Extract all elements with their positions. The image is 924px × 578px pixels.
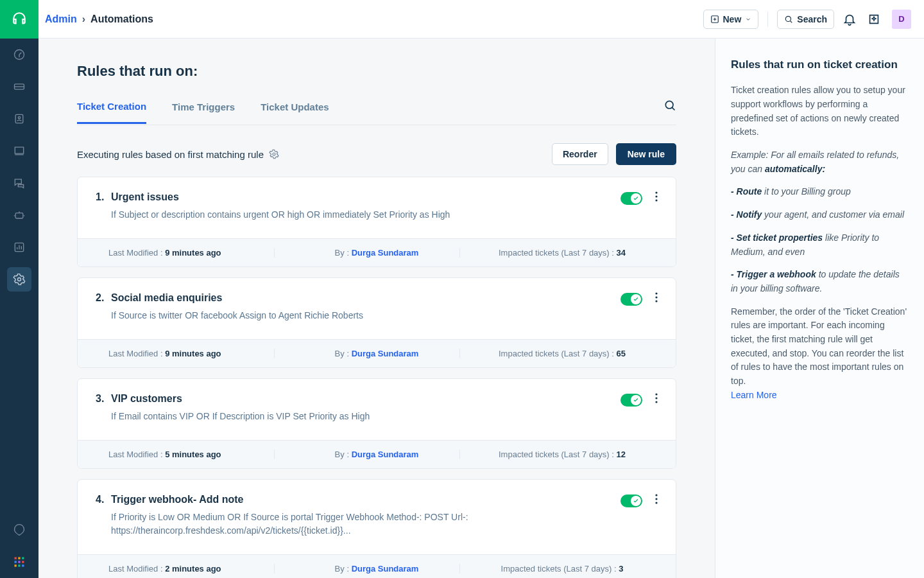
- svg-rect-15: [22, 565, 24, 566]
- svg-point-31: [655, 502, 657, 504]
- rule-footer: Last Modified : 5 minutes ago By : Durga…: [78, 440, 676, 468]
- svg-point-21: [655, 195, 657, 197]
- notifications-button[interactable]: [841, 10, 859, 28]
- rule-card[interactable]: 1. Urgent issues If Subject or descripti…: [77, 177, 676, 267]
- svg-point-26: [655, 393, 657, 395]
- breadcrumb: Admin › Automations: [45, 13, 153, 25]
- exec-info-text: Executing rules based on first matching …: [77, 149, 264, 160]
- plus-square-icon: [710, 15, 719, 24]
- kebab-icon: [655, 393, 658, 403]
- nav-bots[interactable]: [0, 199, 38, 231]
- last-modified-value: 9 minutes ago: [165, 349, 221, 358]
- rule-author[interactable]: Durga Sundaram: [352, 349, 419, 358]
- svg-point-22: [655, 199, 657, 201]
- svg-point-25: [655, 300, 657, 302]
- svg-rect-9: [22, 557, 24, 559]
- svg-rect-12: [22, 561, 24, 563]
- rule-card[interactable]: 3. VIP customers If Email contains VIP O…: [77, 378, 676, 469]
- search-button-label: Search: [797, 14, 827, 24]
- tab-ticket-creation[interactable]: Ticket Creation: [77, 101, 146, 124]
- rule-title: Social media enquiries: [111, 292, 608, 304]
- nav-admin[interactable]: [7, 267, 31, 292]
- rule-footer: Last Modified : 9 minutes ago By : Durga…: [78, 238, 676, 267]
- rule-description: If Priority is Low OR Medium OR If Sourc…: [111, 511, 522, 538]
- help-footer: Remember, the order of the 'Ticket Creat…: [731, 306, 907, 386]
- nav-freshworks[interactable]: [0, 514, 38, 546]
- rule-number: 2.: [96, 292, 107, 304]
- rule-card[interactable]: 4. Trigger webhook- Add note If Priority…: [77, 479, 676, 578]
- help-title: Rules that run on ticket creation: [731, 57, 909, 73]
- nav-forums[interactable]: [0, 167, 38, 199]
- help-webhook-bold: - Trigger a webhook: [731, 269, 816, 279]
- impacted-value: 65: [617, 349, 626, 358]
- rule-toggle[interactable]: [620, 394, 642, 407]
- tab-ticket-updates[interactable]: Ticket Updates: [261, 101, 329, 123]
- nav-apps[interactable]: [0, 546, 38, 578]
- nav-reports[interactable]: [0, 231, 38, 263]
- help-panel: Rules that run on ticket creation Ticket…: [715, 39, 924, 578]
- last-modified-label: Last Modified :: [108, 450, 165, 459]
- avatar[interactable]: D: [892, 10, 911, 29]
- rule-toggle[interactable]: [620, 293, 642, 306]
- new-rule-button[interactable]: New rule: [616, 143, 676, 165]
- svg-rect-7: [15, 557, 17, 559]
- impacted-label: Impacted tickets (Last 7 days) :: [499, 248, 617, 258]
- rule-menu-button[interactable]: [655, 191, 658, 205]
- search-button[interactable]: Search: [777, 10, 834, 29]
- rule-footer: Last Modified : 2 minutes ago By : Durga…: [78, 554, 676, 578]
- gear-icon[interactable]: [269, 149, 279, 159]
- svg-point-30: [655, 498, 657, 500]
- rule-author[interactable]: Durga Sundaram: [352, 450, 419, 459]
- last-modified-label: Last Modified :: [108, 349, 165, 358]
- impacted-value: 34: [617, 248, 626, 258]
- help-notify-text: your agent, and customer via email: [762, 209, 904, 220]
- help-route-text: it to your Billing group: [762, 186, 851, 197]
- svg-point-24: [655, 296, 657, 298]
- help-props-bold: - Set ticket properties: [731, 232, 823, 243]
- new-button[interactable]: New: [703, 10, 759, 29]
- breadcrumb-admin[interactable]: Admin: [45, 13, 77, 25]
- by-label: By :: [335, 450, 352, 459]
- impacted-label: Impacted tickets (Last 7 days) :: [501, 564, 619, 574]
- sparkle-icon: [867, 12, 881, 26]
- rule-author[interactable]: Durga Sundaram: [352, 564, 419, 574]
- rule-card[interactable]: 2. Social media enquiries If Source is t…: [77, 277, 676, 368]
- rule-toggle[interactable]: [620, 192, 642, 205]
- rule-toggle[interactable]: [620, 495, 642, 507]
- nav-contacts[interactable]: [0, 103, 38, 135]
- svg-rect-4: [15, 213, 23, 218]
- check-icon: [633, 397, 639, 403]
- topbar: Admin › Automations New Search D: [38, 0, 924, 39]
- tab-time-triggers[interactable]: Time Triggers: [172, 101, 235, 123]
- by-label: By :: [335, 349, 352, 358]
- reorder-button[interactable]: Reorder: [552, 143, 608, 165]
- rule-menu-button[interactable]: [655, 292, 658, 306]
- rule-number: 4.: [96, 494, 107, 505]
- svg-point-3: [18, 117, 20, 119]
- rule-description: If Subject or description contains urgen…: [111, 208, 522, 222]
- svg-point-17: [786, 16, 791, 21]
- learn-more-link[interactable]: Learn More: [731, 390, 777, 400]
- main-content: Rules that run on: Ticket Creation Time …: [38, 39, 715, 578]
- help-notify-bold: - Notify: [731, 209, 762, 220]
- rule-description: If Source is twitter OR facebook Assign …: [111, 309, 522, 322]
- rule-menu-button[interactable]: [655, 393, 658, 407]
- divider: [767, 12, 768, 27]
- impacted-value: 3: [619, 564, 623, 574]
- by-label: By :: [335, 248, 352, 258]
- search-icon: [663, 99, 676, 112]
- kebab-icon: [655, 191, 658, 202]
- nav-tickets[interactable]: [0, 71, 38, 103]
- brand-logo[interactable]: [0, 0, 38, 39]
- nav-solutions[interactable]: [0, 135, 38, 167]
- tab-search[interactable]: [663, 99, 676, 125]
- nav-dashboard[interactable]: [0, 39, 38, 71]
- svg-point-20: [655, 191, 657, 193]
- last-modified-value: 2 minutes ago: [165, 564, 221, 574]
- freddy-button[interactable]: [865, 10, 883, 28]
- rule-author[interactable]: Durga Sundaram: [352, 248, 419, 258]
- chevron-down-icon: [745, 16, 751, 22]
- rule-menu-button[interactable]: [655, 494, 658, 507]
- check-icon: [633, 296, 639, 302]
- rule-title: Trigger webhook- Add note: [111, 494, 608, 505]
